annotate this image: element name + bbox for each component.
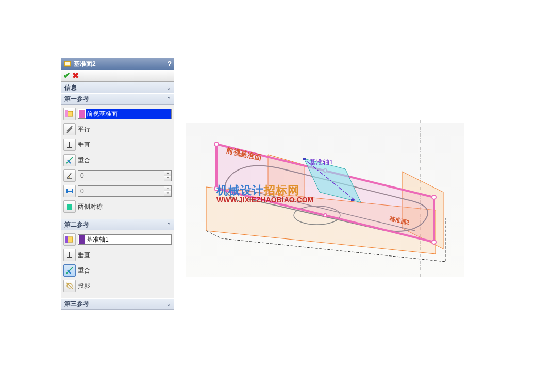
spinner-icon[interactable]: ▲▼ — [164, 186, 171, 196]
section-ref2-label: 第二参考 — [64, 220, 89, 229]
color-swatch-purple — [79, 235, 85, 244]
svg-point-22 — [214, 142, 219, 146]
svg-point-27 — [324, 214, 327, 217]
ref2-coincident-label: 重合 — [78, 266, 90, 275]
section-info-label: 信息 — [64, 83, 77, 92]
section-ref2-body: 基准轴1 垂直 重合 投影 — [61, 230, 174, 298]
ok-button[interactable]: ✔ — [63, 71, 70, 80]
svg-rect-3 — [65, 110, 68, 117]
section-ref1-body: 前视基准面 平行 垂直 重合 0 ▲▼ — [61, 105, 174, 219]
chevron-down-icon: ⌄ — [166, 85, 171, 91]
ref2-coincident-icon[interactable] — [63, 264, 76, 277]
svg-rect-1 — [65, 62, 70, 65]
parallel-label: 平行 — [78, 125, 90, 134]
watermark-line2: WWW.JIXIEZHAOBIAO.COM — [216, 196, 313, 204]
ref2-project-icon[interactable] — [63, 280, 76, 292]
svg-line-15 — [66, 283, 73, 289]
coincident-constraint-icon[interactable] — [63, 154, 76, 166]
ref2-select-icon[interactable] — [63, 233, 76, 246]
section-ref3-label: 第三参考 — [64, 300, 89, 309]
confirm-bar: ✔ ✖ — [61, 70, 174, 82]
ref1-select-icon[interactable] — [63, 108, 76, 120]
ref2-project-label: 投影 — [78, 282, 90, 291]
svg-point-23 — [432, 195, 436, 199]
ref2-selection-text: 基准轴1 — [86, 235, 110, 245]
angle-constraint-icon[interactable] — [63, 169, 76, 182]
help-button[interactable]: ? — [167, 60, 172, 68]
parallel-constraint-icon[interactable] — [63, 123, 76, 135]
section-info-header[interactable]: 信息 ⌄ — [61, 82, 174, 93]
distance-value-input[interactable]: 0 ▲▼ — [78, 185, 172, 197]
svg-point-24 — [432, 240, 436, 244]
ref2-perpendicular-icon[interactable] — [63, 249, 76, 261]
angle-value-input[interactable]: 0 ▲▼ — [78, 170, 172, 181]
axis-3d-label: 基准轴1 — [309, 158, 333, 167]
chevron-up-icon: ⌃ — [166, 222, 171, 228]
section-ref2-header[interactable]: 第二参考 ⌃ — [61, 219, 174, 230]
perpendicular-constraint-icon[interactable] — [63, 139, 76, 151]
ref2-perpendicular-label: 垂直 — [78, 251, 90, 260]
midplane-label: 两侧对称 — [78, 202, 103, 211]
svg-rect-10 — [67, 206, 72, 208]
color-swatch-pink — [79, 110, 85, 118]
plane-feature-icon — [63, 60, 72, 68]
ref1-selection-box[interactable]: 前视基准面 — [78, 109, 172, 119]
svg-rect-11 — [67, 208, 72, 210]
svg-rect-29 — [303, 158, 306, 160]
section-ref1-label: 第一参考 — [64, 95, 89, 104]
ref2-selection-box[interactable]: 基准轴1 — [78, 234, 172, 245]
distance-constraint-icon[interactable] — [63, 185, 76, 197]
panel-title-bar: 基准面2 ? — [61, 58, 174, 70]
spinner-icon[interactable]: ▲▼ — [164, 171, 171, 181]
angle-value-text: 0 — [80, 172, 84, 179]
coincident-label: 重合 — [78, 156, 90, 165]
chevron-up-icon: ⌃ — [166, 96, 171, 102]
midplane-constraint-icon[interactable] — [63, 200, 76, 213]
section-ref1-header[interactable]: 第一参考 ⌃ — [61, 93, 174, 105]
section-ref3-header[interactable]: 第三参考 ⌄ — [61, 298, 174, 310]
ref1-selection-text: 前视基准面 — [86, 109, 171, 119]
property-panel: 基准面2 ? ✔ ✖ 信息 ⌄ 第一参考 ⌃ 前视基准面 平行 — [61, 58, 174, 310]
svg-rect-9 — [67, 204, 72, 206]
perpendicular-label: 垂直 — [78, 141, 90, 149]
svg-rect-13 — [65, 236, 68, 243]
distance-value-text: 0 — [80, 188, 84, 195]
cancel-button[interactable]: ✖ — [72, 71, 79, 80]
panel-title: 基准面2 — [74, 60, 96, 69]
chevron-down-icon: ⌄ — [166, 301, 171, 307]
